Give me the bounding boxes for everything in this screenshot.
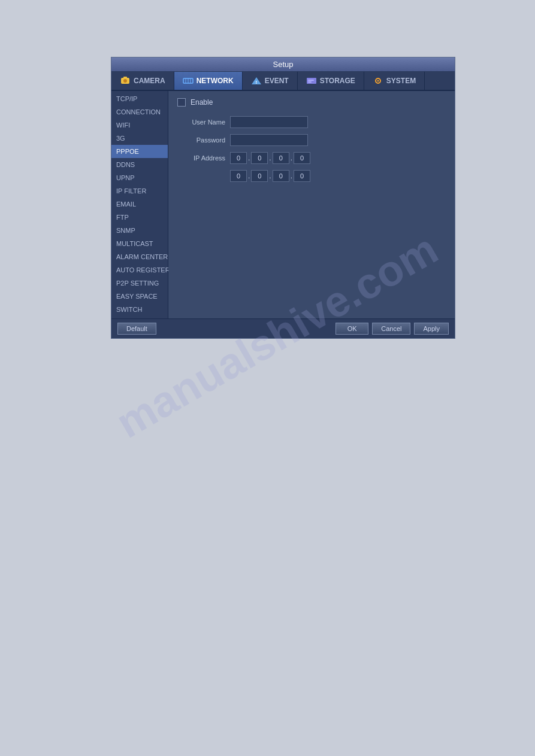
ip2-octet1[interactable] <box>230 170 247 182</box>
ip1-octet1[interactable] <box>230 152 247 164</box>
svg-text:!: ! <box>255 80 257 85</box>
tab-bar: CAMERA NETWORK ! EVENT STORAGE SYSTEM <box>111 72 455 91</box>
ip-address-row: IP Address . . . <box>177 152 446 164</box>
action-buttons: OK Cancel Apply <box>335 323 449 335</box>
tab-camera[interactable]: CAMERA <box>111 72 174 90</box>
tab-system[interactable]: SYSTEM <box>364 72 425 90</box>
pppoe-content: Enable User Name Password IP Address . <box>168 91 455 318</box>
enable-label: Enable <box>191 98 213 107</box>
setup-title: Setup <box>273 60 294 69</box>
enable-checkbox[interactable] <box>177 98 186 107</box>
sidebar-item-p2psetting[interactable]: P2P SETTING <box>111 277 168 290</box>
username-label: User Name <box>177 119 225 126</box>
sidebar-item-ftp[interactable]: FTP <box>111 211 168 224</box>
sidebar-item-multicast[interactable]: MULTICAST <box>111 237 168 250</box>
sidebar-item-tcpip[interactable]: TCP/IP <box>111 92 168 105</box>
sidebar-item-snmp[interactable]: SNMP <box>111 224 168 237</box>
sidebar-item-ddns[interactable]: DDNS <box>111 158 168 171</box>
svg-rect-11 <box>308 81 312 83</box>
password-row: Password <box>177 134 446 146</box>
sidebar-item-wifi[interactable]: WIFI <box>111 119 168 132</box>
cancel-button[interactable]: Cancel <box>372 323 410 335</box>
sidebar-item-connection[interactable]: CONNECTION <box>111 105 168 119</box>
sidebar-item-pppoe[interactable]: PPPOE <box>111 145 168 158</box>
apply-button[interactable]: Apply <box>414 323 449 335</box>
sidebar: TCP/IP CONNECTION WIFI 3G PPPOE DDNS UPN… <box>111 91 168 318</box>
bottom-bar: Default OK Cancel Apply <box>111 318 455 338</box>
default-button[interactable]: Default <box>117 323 156 335</box>
tab-storage[interactable]: STORAGE <box>298 72 364 90</box>
event-icon: ! <box>251 75 262 86</box>
ip-address-label: IP Address <box>177 154 225 162</box>
enable-row: Enable <box>177 98 446 107</box>
ip2-octet2[interactable] <box>251 170 268 182</box>
tab-storage-label: STORAGE <box>320 77 355 85</box>
tab-network-label: NETWORK <box>197 77 234 85</box>
system-icon <box>373 75 383 86</box>
svg-rect-2 <box>123 77 127 78</box>
ip2-octet4[interactable] <box>294 170 310 182</box>
ip2-octet3[interactable] <box>273 170 289 182</box>
svg-rect-10 <box>308 80 314 81</box>
sidebar-item-3g[interactable]: 3G <box>111 132 168 145</box>
pppoe-form: User Name Password IP Address . . <box>177 116 446 182</box>
setup-dialog: Setup CAMERA NETWORK ! EVENT STORAGE <box>111 57 455 339</box>
ip-field-1: . . . <box>230 152 310 164</box>
tab-network[interactable]: NETWORK <box>174 72 243 90</box>
password-input[interactable] <box>230 134 308 146</box>
ip1-octet3[interactable] <box>273 152 289 164</box>
setup-titlebar: Setup <box>111 57 455 72</box>
username-input[interactable] <box>230 116 308 128</box>
sidebar-item-autoregister[interactable]: AUTO REGISTER <box>111 263 168 277</box>
sidebar-item-email[interactable]: EMAIL <box>111 198 168 211</box>
sidebar-item-switch[interactable]: SWITCH <box>111 303 168 316</box>
sidebar-item-alarmcenter[interactable]: ALARM CENTER <box>111 250 168 263</box>
camera-icon <box>120 75 131 86</box>
ok-button[interactable]: OK <box>335 323 368 335</box>
tab-event[interactable]: ! EVENT <box>243 72 298 90</box>
ip-address-row2: . . . <box>177 170 446 182</box>
ip1-octet4[interactable] <box>294 152 310 164</box>
svg-point-1 <box>123 79 127 83</box>
password-label: Password <box>177 136 225 144</box>
tab-system-label: SYSTEM <box>386 77 416 85</box>
ip-field-2: . . . <box>230 170 310 182</box>
username-row: User Name <box>177 116 446 128</box>
storage-icon <box>306 75 317 86</box>
sidebar-item-easyspace[interactable]: EASY SPACE <box>111 290 168 303</box>
sidebar-item-upnp[interactable]: UPNP <box>111 171 168 184</box>
sidebar-item-ipfilter[interactable]: IP FILTER <box>111 184 168 198</box>
tab-event-label: EVENT <box>265 77 289 85</box>
svg-point-13 <box>377 80 379 82</box>
ip1-octet2[interactable] <box>251 152 268 164</box>
tab-camera-label: CAMERA <box>134 77 165 85</box>
network-icon <box>183 75 194 86</box>
main-content: TCP/IP CONNECTION WIFI 3G PPPOE DDNS UPN… <box>111 91 455 318</box>
